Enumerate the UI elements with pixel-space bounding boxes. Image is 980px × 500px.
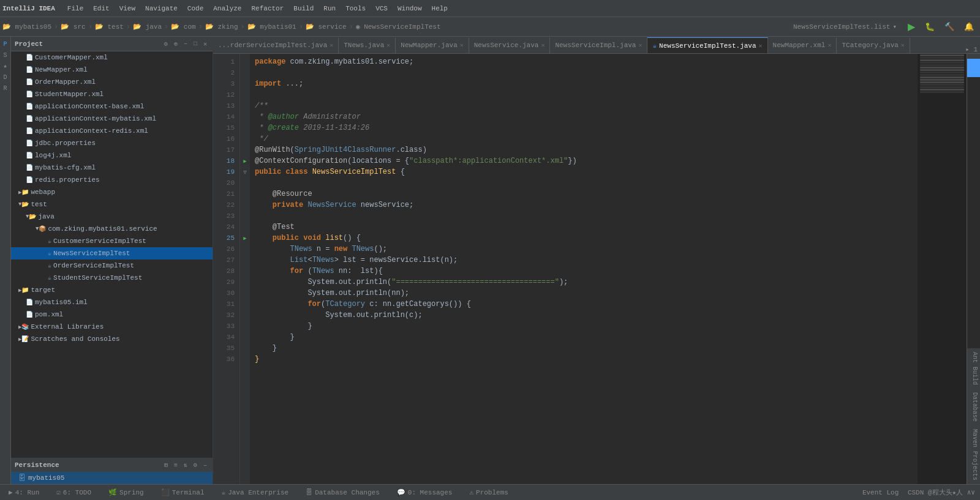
bottom-tab-spring[interactable]: 🌿 Spring xyxy=(105,487,148,498)
persistence-arrows-btn[interactable]: ⇅ xyxy=(182,461,189,469)
tab-newsservice[interactable]: NewsService.java ✕ xyxy=(469,37,551,53)
scrollbar-thumb[interactable] xyxy=(967,59,980,77)
tab-newsserviceimpl[interactable]: NewsServiceImpl.java ✕ xyxy=(550,37,647,53)
right-label-maven[interactable]: Maven Projects xyxy=(967,425,980,484)
event-log-label[interactable]: Event Log xyxy=(862,489,899,496)
tree-item-studentservice[interactable]: ☕ StudentServiceImplTest xyxy=(11,272,213,284)
rebel-icon[interactable]: R xyxy=(1,83,10,93)
tab-close[interactable]: ✕ xyxy=(460,42,464,49)
tab-close[interactable]: ✕ xyxy=(638,42,642,49)
right-label-database[interactable]: Database xyxy=(967,389,980,425)
breadcrumb-newsserviceimpltest[interactable]: ◉ NewsServiceImplTest xyxy=(356,23,441,31)
menu-navigate[interactable]: Navigate xyxy=(140,4,183,13)
minimap[interactable] xyxy=(918,54,967,484)
breadcrumb-com[interactable]: 📂 com xyxy=(171,23,195,31)
breadcrumb-mybatis05[interactable]: 📂 mybatis05 xyxy=(2,23,51,31)
tree-item-appcontext-redis[interactable]: 📄 applicationContext-redis.xml xyxy=(11,125,213,137)
structure-icon[interactable]: S xyxy=(1,50,10,60)
panel-settings[interactable]: ⚙ xyxy=(162,40,170,48)
tree-item-jdbc[interactable]: 📄 jdbc.properties xyxy=(11,137,213,149)
persistence-mybatis05[interactable]: 🗄 mybatis05 xyxy=(11,472,213,484)
bottom-tab-todo[interactable]: ☑ 6: TODO xyxy=(53,487,95,498)
tree-item-test[interactable]: ▼ 📂 test xyxy=(11,198,213,211)
tab-close[interactable]: ✕ xyxy=(827,42,831,49)
favorites-icon[interactable]: ★ xyxy=(1,61,10,71)
build-button[interactable]: 🔨 xyxy=(941,21,958,32)
menu-run[interactable]: Run xyxy=(318,4,341,13)
bottom-tab-messages[interactable]: 💬 0: Messages xyxy=(393,487,456,498)
notification-button[interactable]: 🔔 xyxy=(960,21,978,32)
persistence-close-btn[interactable]: – xyxy=(202,461,209,469)
tab-overflow[interactable]: ▸ 1 xyxy=(963,45,980,53)
tree-item-package[interactable]: ▼ 📦 com.zking.mybatis01.service xyxy=(11,223,213,235)
breadcrumb-zking[interactable]: 📂 zking xyxy=(205,23,238,31)
breadcrumb-mybatis01[interactable]: 📂 mybatis01 xyxy=(247,23,296,31)
tree-item-target[interactable]: ▶ 📁 target xyxy=(11,284,213,296)
menu-code[interactable]: Code xyxy=(183,4,208,13)
tab-tnews[interactable]: TNews.java ✕ xyxy=(339,37,396,53)
tree-item-mybatis05iml[interactable]: 📄 mybatis05.iml xyxy=(11,296,213,308)
tab-close[interactable]: ✕ xyxy=(386,42,390,49)
menu-analyze[interactable]: Analyze xyxy=(208,4,246,13)
tab-close[interactable]: ✕ xyxy=(901,42,905,49)
tree-item-newsservice[interactable]: ☕ NewsServiceImplTest xyxy=(11,247,213,259)
persistence-list-btn[interactable]: ≡ xyxy=(172,461,179,469)
tree-item-redis[interactable]: 📄 redis.properties xyxy=(11,174,213,186)
bottom-tab-dbchanges[interactable]: 🗄 Database Changes xyxy=(302,487,383,498)
panel-scroll[interactable]: ⊕ xyxy=(172,40,179,48)
tab-newmapper[interactable]: NewMapper.java ✕ xyxy=(396,37,469,53)
tree-item-ordermapper[interactable]: 📄 OrderMapper.xml xyxy=(11,76,213,88)
tab-tcategory[interactable]: TCategory.java ✕ xyxy=(837,37,910,53)
breadcrumb-test[interactable]: 📂 test xyxy=(95,23,124,31)
tree-item-customermapper[interactable]: 📄 CustomerMapper.xml xyxy=(11,51,213,64)
menu-file[interactable]: File xyxy=(62,4,88,13)
tab-newsserviceimpltest[interactable]: ☕ NewsServiceImplTest.java ✕ xyxy=(647,37,767,53)
tree-item-newmapper-xml[interactable]: 📄 NewMapper.xml xyxy=(11,64,213,76)
debug-button[interactable]: 🐛 xyxy=(921,21,938,32)
tree-item-appcontext-base[interactable]: 📄 applicationContext-base.xml xyxy=(11,100,213,113)
bottom-tab-enterprise[interactable]: ☕ Java Enterprise xyxy=(218,487,293,498)
menu-build[interactable]: Build xyxy=(288,4,318,13)
tab-close[interactable]: ✕ xyxy=(541,42,545,49)
menu-view[interactable]: View xyxy=(115,4,140,13)
tree-item-orderservice[interactable]: ☕ OrderServiceImplTest xyxy=(11,259,213,272)
tree-item-appcontext-mybatis[interactable]: 📄 applicationContext-mybatis.xml xyxy=(11,113,213,125)
tree-item-log4j[interactable]: 📄 log4j.xml xyxy=(11,149,213,162)
tab-close[interactable]: ✕ xyxy=(330,42,333,49)
run-button[interactable]: ▶ xyxy=(904,20,919,34)
gutter-11[interactable]: ▽ xyxy=(240,166,250,177)
project-icon[interactable]: P xyxy=(1,39,10,49)
menu-refactor[interactable]: Refactor xyxy=(246,4,288,13)
tree-item-webapp[interactable]: ▶ 📁 webapp xyxy=(11,186,213,198)
scrollbar-track[interactable] xyxy=(967,77,980,348)
tree-item-customerservice[interactable]: ☕ CustomerServiceImplTest xyxy=(11,235,213,247)
breadcrumb-service[interactable]: 📂 service xyxy=(306,23,347,31)
menu-vcs[interactable]: VCS xyxy=(371,4,393,13)
tree-item-scratches[interactable]: ▶ 📝 Scratches and Consoles xyxy=(11,333,213,345)
tree-item-external-libraries[interactable]: ▶ 📚 External Libraries xyxy=(11,321,213,333)
panel-close[interactable]: ✕ xyxy=(202,40,209,48)
bottom-tab-terminal[interactable]: ⬛ Terminal xyxy=(157,487,208,498)
tab-close[interactable]: ✕ xyxy=(759,42,763,50)
panel-collapse[interactable]: – xyxy=(182,40,189,48)
persistence-icon[interactable]: D xyxy=(1,72,10,82)
tree-item-pomxml[interactable]: 📄 pom.xml xyxy=(11,308,213,321)
menu-tools[interactable]: Tools xyxy=(341,4,371,13)
menu-window[interactable]: Window xyxy=(393,4,427,13)
bottom-tab-run[interactable]: ▶ 4: Run xyxy=(5,487,43,498)
bottom-tab-problems[interactable]: ⚠ Problems xyxy=(466,487,511,498)
tab-rderservice[interactable]: ...rderServiceImplTest.java ✕ xyxy=(213,37,339,53)
run-config-selector[interactable]: NewsServiceImplTest.list ▾ xyxy=(788,21,902,32)
tree-item-mybatiscfg[interactable]: 📄 mybatis-cfg.xml xyxy=(11,162,213,174)
tab-newmapper-xml[interactable]: NewMapper.xml ✕ xyxy=(768,37,837,53)
breadcrumb-java[interactable]: 📂 java xyxy=(133,23,162,31)
menu-help[interactable]: Help xyxy=(427,4,453,13)
right-label-antbuild[interactable]: Ant Build xyxy=(967,348,980,389)
persistence-icon-btn[interactable]: ⊞ xyxy=(162,461,170,469)
code-content[interactable]: package com.zking.mybatis01.service; imp… xyxy=(250,54,918,484)
tree-item-studentmapper[interactable]: 📄 StudentMapper.xml xyxy=(11,88,213,100)
breadcrumb-src[interactable]: 📂 src xyxy=(61,23,85,31)
gutter-17[interactable]: ▶ xyxy=(240,233,250,244)
menu-edit[interactable]: Edit xyxy=(88,4,114,13)
persistence-settings-btn[interactable]: ⚙ xyxy=(192,461,199,469)
